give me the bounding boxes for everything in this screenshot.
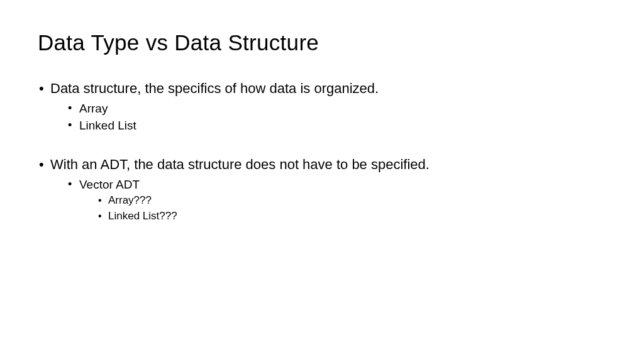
bullet-text: Data structure, the specifics of how dat… — [50, 80, 379, 96]
bullet-list-level2: Array Linked List — [50, 101, 606, 134]
bullet-text: Array??? — [108, 194, 152, 206]
bullet-text: Linked List — [79, 119, 136, 132]
bullet-text: Array — [79, 102, 108, 115]
bullet-list-level1: With an ADT, the data structure does not… — [38, 155, 606, 224]
bullet-list-level3: Array??? Linked List??? — [79, 194, 606, 224]
slide-title: Data Type vs Data Structure — [38, 30, 606, 55]
bullet-text: Linked List??? — [108, 210, 177, 222]
bullet-item: Linked List??? — [94, 209, 606, 224]
spacer — [38, 138, 606, 155]
bullet-item: Array??? — [94, 194, 606, 208]
bullet-text: Vector ADT — [79, 178, 140, 191]
bullet-item: Vector ADT Array??? Linked List??? — [65, 177, 606, 224]
bullet-list-level2: Vector ADT Array??? Linked List??? — [50, 177, 606, 224]
bullet-item: Linked List — [65, 118, 606, 134]
bullet-item: Data structure, the specifics of how dat… — [38, 79, 606, 134]
slide-content: Data structure, the specifics of how dat… — [38, 79, 606, 224]
bullet-item: With an ADT, the data structure does not… — [38, 155, 606, 224]
bullet-item: Array — [65, 101, 606, 117]
bullet-list-level1: Data structure, the specifics of how dat… — [38, 79, 606, 134]
bullet-text: With an ADT, the data structure does not… — [50, 156, 430, 172]
